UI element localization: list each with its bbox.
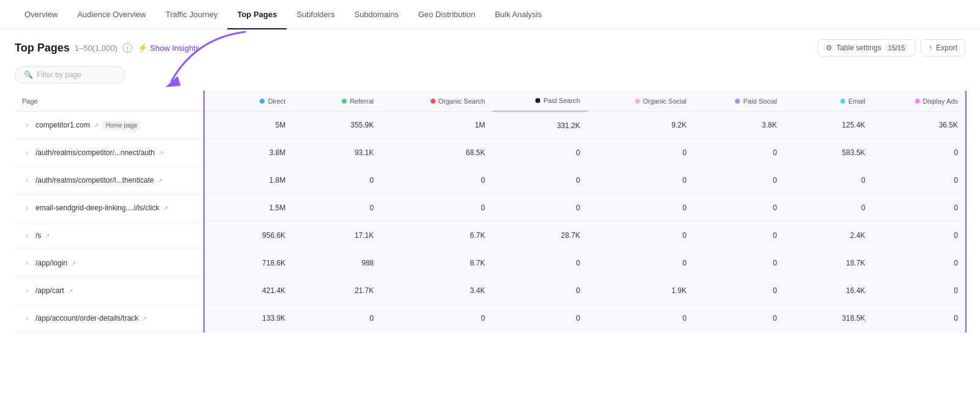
header-actions: ⚙ Table settings 15/15 ↑ Export [818, 39, 965, 56]
value-cell: 0 [873, 167, 965, 194]
email-dot [840, 99, 845, 104]
value-cell: 125.4K [784, 112, 872, 139]
column-count-badge: 15/15 [885, 44, 908, 52]
direct-label: Direct [268, 97, 285, 105]
value-cell: 1M [381, 112, 492, 139]
value-cell: 0 [293, 167, 381, 194]
value-cell: 0 [694, 305, 784, 332]
gear-icon: ⚙ [826, 44, 832, 52]
value-cell: 583.5K [784, 139, 872, 167]
external-link-icon[interactable]: ↗ [142, 315, 147, 322]
page-cell-2: ›/auth/realms/competitor/l...thenticate↗ [15, 167, 205, 194]
page-cell-5: ›/app/login↗ [15, 250, 205, 277]
page-cell-4: ›/s↗ [15, 222, 205, 250]
page-link[interactable]: /auth/realms/competitor/l...thenticate [36, 176, 154, 185]
value-cell: 6.7K [381, 222, 492, 250]
expand-row-btn[interactable]: › [22, 203, 32, 213]
external-link-icon[interactable]: ↗ [68, 288, 73, 294]
nav-item-audience-overview[interactable]: Audience Overview [67, 0, 156, 29]
nav-item-bulk-analysis[interactable]: Bulk Analysis [485, 0, 552, 29]
nav-item-traffic-journey[interactable]: Traffic Journey [156, 0, 227, 29]
expand-row-btn[interactable]: › [22, 258, 32, 268]
page-type-badge: Home page [102, 121, 141, 130]
referral-label: Referral [350, 97, 374, 105]
expand-row-btn[interactable]: › [22, 231, 32, 240]
nav-item-top-pages[interactable]: Top Pages [227, 0, 287, 29]
page-title: Top Pages [15, 42, 70, 55]
value-cell: 0 [873, 139, 965, 167]
expand-row-btn[interactable]: › [22, 148, 32, 158]
value-cell: 3.8K [694, 112, 784, 139]
value-cell: 0 [784, 194, 872, 222]
table-row: ›/app/account/order-details/track↗133.9K… [15, 305, 965, 332]
page-link[interactable]: /app/cart [36, 286, 64, 295]
filter-input[interactable]: 🔍 Filter by page [15, 66, 125, 83]
organic-social-label: Organic Social [643, 97, 687, 105]
show-insights-link[interactable]: ⚡ Show Insights [137, 43, 200, 53]
direct-dot [260, 99, 265, 104]
page-cell-6: ›/app/cart↗ [15, 277, 205, 305]
nav-item-overview[interactable]: Overview [15, 0, 67, 29]
page-link[interactable]: /auth/realms/competitor/...nnect/auth [36, 148, 155, 157]
value-cell: 68.5K [381, 139, 492, 167]
value-cell: 36.5K [873, 112, 965, 139]
table-row: ›email-sendgrid-deep-linking....i/ls/cli… [15, 194, 965, 222]
table-header-row: Page DirectReferralOrganic SearchPaid Se… [15, 91, 965, 112]
value-cell: 9.2K [587, 112, 694, 139]
show-insights-label: Show Insights [150, 44, 200, 53]
page-link[interactable]: email-sendgrid-deep-linking....i/ls/clic… [36, 204, 159, 212]
col-header-email: Email [784, 91, 872, 112]
value-cell: 355.9K [293, 112, 381, 139]
value-cell: 8.7K [381, 250, 492, 277]
external-link-icon[interactable]: ↗ [45, 232, 50, 239]
value-cell: 0 [492, 139, 587, 167]
value-cell: 318.5K [784, 305, 872, 332]
expand-row-btn[interactable]: › [22, 313, 32, 323]
value-cell: 3.4K [381, 277, 492, 305]
info-icon[interactable]: i [123, 43, 132, 53]
value-cell: 421.4K [205, 277, 293, 305]
value-cell: 5M [205, 112, 293, 139]
nav-item-subdomains[interactable]: Subdomains [344, 0, 408, 29]
value-cell: 1.8M [205, 167, 293, 194]
value-cell: 16.4K [784, 277, 872, 305]
nav-item-geo-distribution[interactable]: Geo Distribution [409, 0, 485, 29]
external-link-icon[interactable]: ↗ [163, 205, 168, 212]
value-cell: 0 [381, 167, 492, 194]
display-ads-dot [915, 99, 920, 104]
page-header: Top Pages 1–50(1,000) i ⚡ Show Insights … [0, 29, 980, 61]
value-cell: 0 [694, 222, 784, 250]
page-link[interactable]: /app/login [36, 259, 67, 267]
value-cell: 0 [873, 277, 965, 305]
external-link-icon[interactable]: ↗ [94, 122, 99, 129]
table-highlight-wrapper: Page DirectReferralOrganic SearchPaid Se… [15, 91, 965, 332]
external-link-icon[interactable]: ↗ [159, 150, 164, 156]
nav-item-subfolders[interactable]: Subfolders [287, 0, 344, 29]
page-cell-1: ›/auth/realms/competitor/...nnect/auth↗ [15, 139, 205, 167]
paid-search-label: Paid Search [543, 97, 580, 104]
lightning-icon: ⚡ [137, 43, 148, 53]
external-link-icon[interactable]: ↗ [157, 177, 162, 184]
page-link[interactable]: /app/account/order-details/track [36, 314, 138, 322]
table-settings-button[interactable]: ⚙ Table settings 15/15 [818, 39, 916, 56]
expand-row-btn[interactable]: › [22, 286, 32, 296]
col-header-organic-social: Organic Social [587, 91, 694, 112]
expand-row-btn[interactable]: › [22, 175, 32, 185]
value-cell: 93.1K [293, 139, 381, 167]
value-cell: 3.8M [205, 139, 293, 167]
filter-placeholder: Filter by page [37, 71, 81, 79]
value-cell: 0 [587, 250, 694, 277]
export-label: Export [936, 44, 957, 52]
export-button[interactable]: ↑ Export [921, 39, 965, 56]
expand-row-btn[interactable]: › [22, 120, 32, 130]
page-link[interactable]: competitor1.com [36, 121, 90, 129]
value-cell: 17.1K [293, 222, 381, 250]
value-cell: 331.2K [492, 112, 587, 139]
table-row: ›competitor1.com↗Home page5M355.9K1M331.… [15, 112, 965, 139]
external-link-icon[interactable]: ↗ [71, 260, 76, 267]
col-header-page: Page [15, 91, 205, 112]
title-area: Top Pages 1–50(1,000) i ⚡ Show Insights [15, 42, 200, 55]
page-link[interactable]: /s [36, 231, 41, 240]
value-cell: 956.6K [205, 222, 293, 250]
page-cell-0: ›competitor1.com↗Home page [15, 112, 205, 139]
